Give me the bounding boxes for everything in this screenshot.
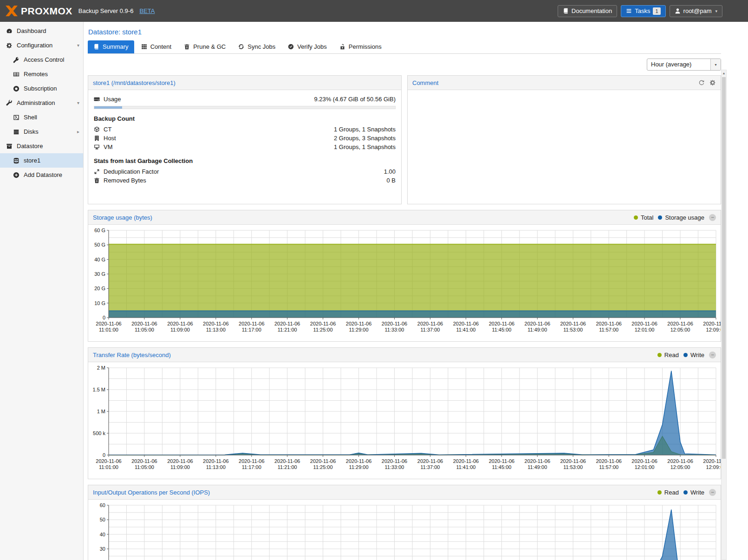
svg-text:12:01:00: 12:01:00 xyxy=(635,327,655,332)
svg-text:50 G: 50 G xyxy=(94,242,105,247)
legend-read[interactable]: Read xyxy=(657,489,679,496)
svg-text:2020-11-06: 2020-11-06 xyxy=(703,458,721,464)
svg-text:2020-11-06: 2020-11-06 xyxy=(525,458,550,464)
table-icon xyxy=(13,71,20,78)
legend-total[interactable]: Total xyxy=(634,214,653,221)
documentation-button[interactable]: Documentation xyxy=(558,5,617,17)
svg-text:2020-11-06: 2020-11-06 xyxy=(96,458,121,464)
svg-text:30 G: 30 G xyxy=(94,271,105,277)
caret-right-icon[interactable]: ▸ xyxy=(77,129,79,134)
sidebar-item-access-control[interactable]: Access Control xyxy=(0,52,83,67)
topbar: PROXMOX Backup Server 0.9-6 BETA Documen… xyxy=(0,0,748,22)
svg-text:11:05:00: 11:05:00 xyxy=(135,464,154,470)
svg-text:11:45:00: 11:45:00 xyxy=(492,327,511,332)
vm-count-row: VM 1 Groups, 1 Snapshots xyxy=(94,143,396,151)
backup-count-heading: Backup Count xyxy=(94,115,396,122)
tab-content[interactable]: Content xyxy=(136,40,177,53)
storage-usage-panel: Storage usage (bytes) Total Storage usag… xyxy=(88,210,721,342)
sidebar-item-configuration[interactable]: Configuration ▾ xyxy=(0,38,83,52)
svg-text:12:09:00: 12:09:00 xyxy=(706,327,721,332)
svg-text:11:57:00: 11:57:00 xyxy=(599,327,618,332)
svg-text:11:17:00: 11:17:00 xyxy=(242,327,261,332)
user-menu-button[interactable]: root@pam ▾ xyxy=(670,5,722,17)
svg-text:2020-11-06: 2020-11-06 xyxy=(167,321,193,326)
scroll-up-icon[interactable]: ▲ xyxy=(722,70,726,77)
page-title: Datastore: store1 xyxy=(88,22,721,40)
iops-panel: Input/Output Operations per Second (IOPS… xyxy=(88,485,721,560)
svg-text:11:17:00: 11:17:00 xyxy=(242,464,261,470)
sidebar-item-store1[interactable]: store1 xyxy=(0,153,83,168)
tab-verify-jobs[interactable]: Verify Jobs xyxy=(282,40,332,53)
time-range-select[interactable]: Hour (average) ▼ xyxy=(647,59,721,71)
collapse-icon[interactable]: − xyxy=(709,489,716,496)
proxmox-logo-icon xyxy=(6,6,18,16)
svg-text:2020-11-06: 2020-11-06 xyxy=(596,458,621,464)
svg-text:12:05:00: 12:05:00 xyxy=(670,464,690,470)
svg-text:2020-11-06: 2020-11-06 xyxy=(703,321,721,326)
vertical-scrollbar[interactable]: ▲ xyxy=(721,70,727,560)
tab-permissions[interactable]: Permissions xyxy=(334,40,387,53)
svg-text:11:49:00: 11:49:00 xyxy=(527,464,547,470)
scrollbar-thumb[interactable] xyxy=(722,77,726,459)
legend-dot xyxy=(657,353,662,357)
transfer-rate-header: Transfer Rate (bytes/second) Read Write … xyxy=(88,348,721,362)
svg-text:12:09:00: 12:09:00 xyxy=(706,464,721,470)
storage-usage-header: Storage usage (bytes) Total Storage usag… xyxy=(88,210,721,225)
sidebar-item-administration[interactable]: Administration ▾ xyxy=(0,96,83,110)
tab-prune-gc[interactable]: Prune & GC xyxy=(178,40,231,53)
tab-summary[interactable]: Summary xyxy=(88,40,134,53)
datastore-summary-body: Usage 9.23% (4.67 GiB of 50.56 GiB) Back… xyxy=(88,90,401,204)
caret-down-icon: ▾ xyxy=(715,9,717,13)
svg-text:2020-11-06: 2020-11-06 xyxy=(667,458,693,464)
brand: PROXMOX Backup Server 0.9-6 BETA xyxy=(6,6,155,17)
svg-text:2020-11-06: 2020-11-06 xyxy=(239,321,264,326)
svg-text:2020-11-06: 2020-11-06 xyxy=(346,458,371,464)
transfer-rate-panel: Transfer Rate (bytes/second) Read Write … xyxy=(88,347,721,479)
caret-down-icon[interactable]: ▾ xyxy=(77,43,79,48)
collapse-icon[interactable]: − xyxy=(709,352,716,358)
transfer-rate-chart: 0500 k1 M1.5 M2 M2020-11-0611:01:002020-… xyxy=(88,364,721,478)
svg-text:2020-11-06: 2020-11-06 xyxy=(274,321,300,326)
comment-header: Comment xyxy=(408,76,721,90)
gear-icon[interactable] xyxy=(709,79,716,86)
summary-toolbar: Hour (average) ▼ xyxy=(88,54,721,75)
sidebar-item-shell[interactable]: Shell xyxy=(0,110,83,124)
svg-text:2020-11-06: 2020-11-06 xyxy=(203,458,228,464)
legend-dot xyxy=(658,215,662,220)
sidebar-item-add-datastore[interactable]: Add Datastore xyxy=(0,168,83,182)
svg-text:2020-11-06: 2020-11-06 xyxy=(417,458,443,464)
tab-sync-jobs[interactable]: Sync Jobs xyxy=(233,40,281,53)
legend-storage-usage[interactable]: Storage usage xyxy=(658,214,704,221)
comment-body[interactable] xyxy=(408,90,721,204)
compress-icon xyxy=(94,169,100,175)
legend-dot xyxy=(683,490,688,495)
product-version: Backup Server 0.9-6 xyxy=(78,7,134,14)
comment-title: Comment xyxy=(412,79,438,86)
svg-text:40: 40 xyxy=(100,532,105,537)
combo-caret-icon[interactable]: ▼ xyxy=(710,59,721,70)
svg-text:11:29:00: 11:29:00 xyxy=(349,327,369,332)
usage-value: 9.23% (4.67 GiB of 50.56 GiB) xyxy=(314,95,396,104)
sidebar-item-dashboard[interactable]: Dashboard xyxy=(0,24,83,38)
svg-text:11:33:00: 11:33:00 xyxy=(384,327,404,332)
collapse-icon[interactable]: − xyxy=(709,214,716,221)
sidebar-item-remotes[interactable]: Remotes xyxy=(0,67,83,81)
ct-count-row: CT 1 Groups, 1 Snapshots xyxy=(94,125,396,134)
svg-text:60 G: 60 G xyxy=(94,228,105,233)
comment-panel: Comment xyxy=(407,75,721,204)
usage-progress-bar xyxy=(94,106,396,109)
svg-text:2020-11-06: 2020-11-06 xyxy=(631,321,657,326)
tasks-button[interactable]: Tasks 1 xyxy=(621,5,665,17)
disks-icon xyxy=(13,129,20,135)
sidebar-item-disks[interactable]: Disks ▸ xyxy=(0,124,83,139)
legend-write[interactable]: Write xyxy=(683,489,704,496)
sidebar-item-datastore[interactable]: Datastore xyxy=(0,139,83,153)
caret-down-icon[interactable]: ▾ xyxy=(77,100,79,105)
beta-link[interactable]: BETA xyxy=(139,7,155,14)
refresh-icon[interactable] xyxy=(698,79,705,86)
svg-text:11:09:00: 11:09:00 xyxy=(170,327,190,332)
legend-write[interactable]: Write xyxy=(683,352,704,358)
svg-text:0: 0 xyxy=(103,452,105,458)
sidebar-item-subscription[interactable]: Subscription xyxy=(0,81,83,96)
legend-read[interactable]: Read xyxy=(657,352,679,358)
